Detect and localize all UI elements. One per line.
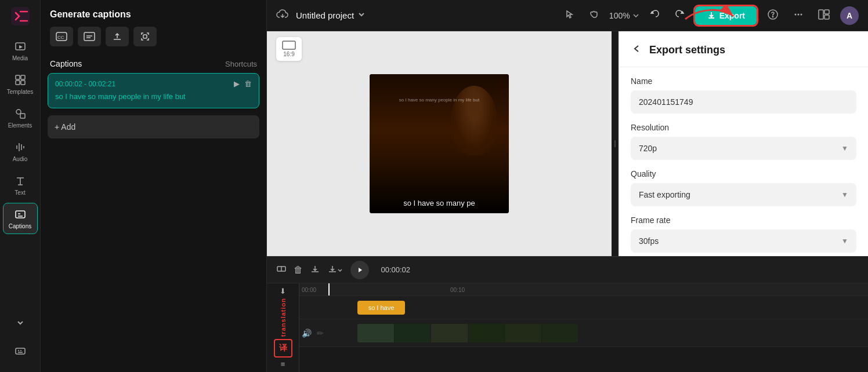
- video-caption-text: so I have so many pe: [370, 199, 509, 207]
- video-track: 🔊 ✏: [299, 319, 868, 347]
- sidebar-item-captions-label: Captions: [9, 223, 31, 229]
- redo-btn[interactable]: [671, 5, 688, 25]
- sidebar-item-media[interactable]: Media: [3, 35, 38, 66]
- export-panel-header: Export settings: [619, 31, 868, 67]
- svg-rect-21: [824, 15, 829, 19]
- layout-toggle-btn[interactable]: [815, 6, 833, 25]
- timeline-split-btn[interactable]: [276, 264, 287, 276]
- quality-field-label: Quality: [631, 169, 856, 178]
- resolution-field-label: Resolution: [631, 123, 856, 132]
- aspect-ratio-badge[interactable]: 16:9: [276, 37, 302, 61]
- sidebar-item-templates[interactable]: Templates: [3, 68, 38, 100]
- name-field-input[interactable]: [631, 90, 856, 114]
- add-caption-button[interactable]: + Add: [48, 115, 259, 138]
- timeline-download-btn[interactable]: [310, 264, 320, 276]
- quality-select-wrapper: Fast exporting ▼: [631, 183, 856, 206]
- undo-btn[interactable]: [646, 5, 664, 25]
- caption-clip[interactable]: so I have: [357, 301, 405, 315]
- svg-marker-25: [359, 268, 362, 272]
- canvas-area[interactable]: 16:9 so I have so many people in my life…: [267, 31, 612, 256]
- hand-tool-btn[interactable]: [585, 6, 602, 25]
- sidebar-item-captions[interactable]: Captions: [3, 203, 38, 234]
- quality-select[interactable]: Fast exporting: [631, 183, 856, 206]
- user-avatar[interactable]: A: [840, 6, 859, 25]
- caption-play-btn[interactable]: ▶: [234, 79, 240, 88]
- empty-track-area: [299, 347, 868, 372]
- edit-icon[interactable]: ✏: [317, 329, 324, 338]
- main-area: Untitled project 100%: [267, 0, 868, 372]
- caption-clip-text: so I have: [368, 304, 395, 311]
- timeline-delete-btn[interactable]: 🗑: [294, 265, 303, 275]
- svg-point-17: [798, 14, 800, 16]
- filmstrip-segment-4: [468, 324, 505, 342]
- translation-label: translation: [280, 298, 287, 337]
- captions-section-header: Captions Shortcuts: [41, 53, 266, 73]
- ruler-mark-0: 00:00: [302, 287, 316, 293]
- subtitle-button[interactable]: [78, 27, 101, 46]
- more-options-btn[interactable]: [789, 5, 808, 25]
- zoom-control[interactable]: 100%: [609, 11, 639, 20]
- svg-point-15: [772, 16, 773, 17]
- timeline-align-btn[interactable]: ≡: [281, 360, 285, 369]
- caption-track: so I have: [299, 296, 868, 319]
- help-btn[interactable]: [764, 5, 782, 25]
- svg-rect-7: [20, 114, 25, 118]
- resolution-select[interactable]: 720p: [631, 137, 856, 160]
- shortcuts-link[interactable]: Shortcuts: [225, 60, 257, 68]
- panel-title: Generate captions: [50, 9, 257, 20]
- back-button[interactable]: [631, 43, 642, 57]
- export-button[interactable]: Export: [695, 6, 757, 25]
- timeline-more-btn[interactable]: [327, 264, 343, 276]
- export-settings-panel: Export settings Name Resolution 720p ▼: [619, 31, 868, 256]
- caption-delete-btn[interactable]: 🗑: [244, 79, 252, 88]
- translate-icon-btn[interactable]: 译: [274, 339, 292, 358]
- project-title: Untitled project: [296, 10, 354, 20]
- timeline-dl-btn[interactable]: ⬇: [280, 287, 286, 296]
- timeline-toolbar: 🗑 00:00:02: [267, 257, 868, 283]
- sidebar-item-text-label: Text: [15, 189, 25, 196]
- pointer-tool-btn[interactable]: [560, 6, 578, 25]
- caption-time: 00:00:02 - 00:02:21: [55, 80, 115, 88]
- svg-rect-19: [819, 10, 823, 19]
- sidebar-item-audio[interactable]: Audio: [3, 136, 38, 167]
- timeline-content: ⬇ translation 译 ≡ 00:00 00:10: [267, 283, 868, 372]
- export-panel-body: Name Resolution 720p ▼ Quality: [619, 67, 868, 256]
- avatar-letter: A: [847, 11, 852, 20]
- svg-rect-4: [16, 81, 20, 85]
- app-logo[interactable]: [10, 6, 31, 27]
- sidebar-item-text[interactable]: Text: [3, 169, 38, 200]
- svg-rect-2: [16, 75, 20, 79]
- project-title-chevron-icon: [357, 10, 366, 21]
- resolution-field-group: Resolution 720p ▼: [631, 123, 856, 160]
- video-filmstrip: [357, 324, 578, 342]
- sidebar-item-templates-label: Templates: [7, 89, 34, 95]
- translation-controls: ⬇ translation: [280, 287, 287, 337]
- cloud-save-icon[interactable]: [276, 9, 289, 22]
- sidebar-item-keyboard[interactable]: [3, 335, 38, 366]
- svg-rect-13: [143, 35, 147, 38]
- svg-point-18: [801, 14, 802, 16]
- caption-time-row: 00:00:02 - 00:02:21 ▶ 🗑: [55, 79, 252, 88]
- upload-button[interactable]: [106, 27, 129, 46]
- framerate-select[interactable]: 30fps: [631, 229, 856, 253]
- volume-icon[interactable]: 🔊: [302, 329, 312, 338]
- video-small-text: so I have so many people in my life but: [370, 97, 509, 103]
- ruler-mark-10: 00:10: [450, 287, 465, 293]
- topbar: Untitled project 100%: [267, 0, 868, 31]
- canvas-export-row: 16:9 so I have so many people in my life…: [267, 31, 868, 256]
- svg-rect-20: [824, 10, 829, 14]
- tracks-area: 00:00 00:10 so I have 🔊 ✏: [299, 283, 868, 372]
- cc-button[interactable]: CC: [50, 27, 73, 46]
- panel-collapse-handle[interactable]: [612, 31, 619, 256]
- project-title-area[interactable]: Untitled project: [296, 10, 366, 21]
- timeline-left-panel: ⬇ translation 译 ≡: [267, 283, 299, 372]
- aspect-ratio-label: 16:9: [283, 51, 294, 57]
- svg-rect-12: [84, 32, 95, 41]
- timeline-play-btn[interactable]: [350, 261, 369, 279]
- left-sidebar: Media Templates Elements Audio Text: [0, 0, 41, 372]
- filmstrip-segment-6: [542, 324, 578, 342]
- sidebar-collapse-btn[interactable]: [12, 314, 29, 331]
- sidebar-item-elements[interactable]: Elements: [3, 102, 38, 133]
- scan-button[interactable]: [133, 27, 157, 46]
- name-field-label: Name: [631, 76, 856, 86]
